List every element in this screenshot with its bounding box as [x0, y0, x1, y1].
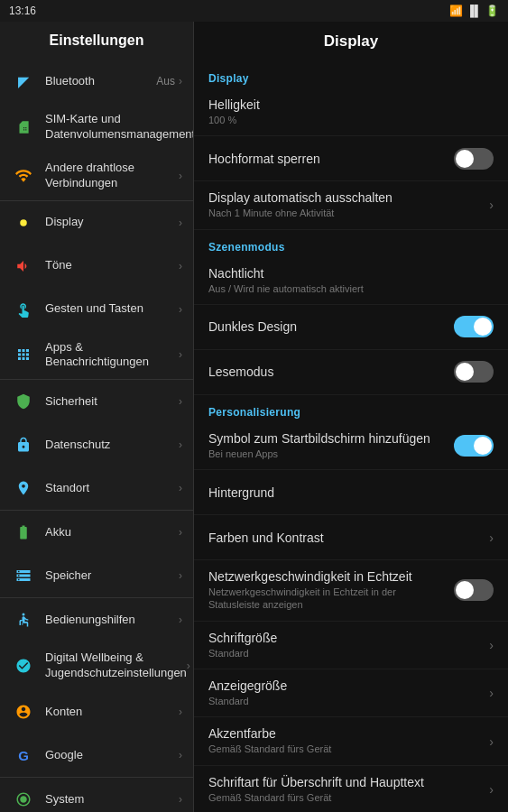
- chevron-icon: ›: [179, 348, 182, 361]
- setting-nightlight[interactable]: Nachtlicht Aus / Wird nie automatisch ak…: [194, 257, 508, 305]
- sidebar-item-apps[interactable]: Apps & Benachrichtigungen ›: [0, 331, 193, 381]
- sidebar-title: Einstellungen: [0, 22, 193, 60]
- display-size-chevron: ›: [489, 686, 494, 700]
- portrait-toggle[interactable]: [454, 148, 494, 170]
- sidebar-item-privacy[interactable]: Datenschutz ›: [0, 423, 193, 466]
- display-size-title: Anzeigegröße: [208, 678, 482, 693]
- setting-font-style[interactable]: Schriftart für Überschrift und Haupttext…: [194, 766, 508, 812]
- sidebar-item-display[interactable]: Display ›: [0, 201, 193, 245]
- chevron-icon: ›: [179, 170, 182, 182]
- sidebar: Einstellungen ◤ Bluetooth Aus › SIM-Kart…: [0, 22, 194, 812]
- portrait-title: Hochformat sperren: [208, 152, 447, 166]
- sidebar-label-tone: Töne: [45, 258, 179, 273]
- sidebar-label-sim: SIM-Karte und Datenvolumensmanagement: [45, 112, 194, 143]
- chevron-icon: ›: [179, 438, 182, 451]
- accent-title: Akzentfarbe: [208, 726, 482, 741]
- setting-accent[interactable]: Akzentfarbe Gemäß Standard fürs Gerät ›: [194, 717, 508, 765]
- font-size-title: Schriftgröße: [208, 631, 482, 645]
- chevron-icon: ›: [179, 749, 182, 761]
- background-title: Hintergrund: [208, 485, 494, 500]
- colors-title: Farben und Kontrast: [208, 531, 482, 545]
- darkmode-title: Dunkles Design: [208, 319, 447, 334]
- chevron-icon: ›: [179, 569, 182, 582]
- section-header-scene: Szenenmodus: [194, 230, 508, 257]
- setting-display-size[interactable]: Anzeigegröße Standard ›: [194, 669, 508, 717]
- darkmode-right: [454, 316, 494, 337]
- homescreen-toggle[interactable]: [454, 435, 494, 457]
- sidebar-item-accounts[interactable]: Konten ›: [0, 690, 193, 734]
- auto-off-right: ›: [489, 198, 494, 212]
- accent-left: Akzentfarbe Gemäß Standard fürs Gerät: [208, 726, 482, 755]
- readmode-toggle[interactable]: [454, 361, 494, 383]
- sidebar-item-bluetooth[interactable]: ◤ Bluetooth Aus ›: [0, 60, 193, 103]
- section-header-display: Display: [194, 61, 508, 88]
- nightlight-sub: Aus / Wird nie automatisch aktiviert: [208, 282, 494, 295]
- sidebar-item-wireless[interactable]: Andere drahtlose Verbindungen ›: [0, 152, 193, 201]
- sidebar-label-privacy: Datenschutz: [45, 438, 179, 453]
- font-style-right: ›: [489, 782, 494, 797]
- system-icon: [11, 787, 36, 812]
- nightlight-left: Nachtlicht Aus / Wird nie automatisch ak…: [208, 266, 494, 295]
- portrait-left: Hochformat sperren: [208, 152, 447, 166]
- font-size-chevron: ›: [489, 638, 494, 652]
- sidebar-item-battery[interactable]: Akku ›: [0, 511, 193, 554]
- sidebar-label-location: Standort: [45, 481, 179, 496]
- font-style-chevron: ›: [489, 782, 494, 797]
- bluetooth-value: Aus: [156, 75, 175, 88]
- sidebar-item-sim[interactable]: SIM-Karte und Datenvolumensmanagement ›: [0, 103, 193, 152]
- network-speed-toggle[interactable]: [454, 579, 494, 601]
- setting-readmode[interactable]: Lesemodus: [194, 350, 508, 395]
- sidebar-item-security[interactable]: Sicherheit ›: [0, 380, 193, 423]
- wellbeing-icon: [11, 653, 36, 678]
- colors-right: ›: [489, 531, 494, 545]
- auto-off-title: Display automatisch ausschalten: [208, 190, 482, 205]
- content-title: Display: [194, 22, 508, 61]
- network-speed-right: [454, 579, 494, 601]
- homescreen-left: Symbol zum Startbildschirm hinzufügen Be…: [208, 431, 447, 460]
- svg-point-1: [23, 614, 25, 616]
- chevron-icon: ›: [179, 75, 182, 88]
- security-icon: [11, 389, 36, 414]
- setting-portrait[interactable]: Hochformat sperren: [194, 136, 508, 181]
- setting-background[interactable]: Hintergrund: [194, 470, 508, 515]
- sidebar-label-storage: Speicher: [45, 568, 179, 584]
- sidebar-item-location[interactable]: Standort ›: [0, 466, 193, 511]
- sidebar-item-accessibility[interactable]: Bedienungshilfen ›: [0, 598, 193, 641]
- accessibility-icon: [11, 607, 36, 632]
- sidebar-item-google[interactable]: G Google ›: [0, 734, 193, 778]
- accent-sub: Gemäß Standard fürs Gerät: [208, 743, 482, 755]
- chevron-icon: ›: [179, 303, 182, 316]
- sim-icon: [11, 115, 36, 140]
- setting-darkmode[interactable]: Dunkles Design: [194, 305, 508, 350]
- chevron-icon: ›: [179, 614, 182, 626]
- darkmode-toggle[interactable]: [454, 316, 494, 337]
- battery-icon: 🔋: [485, 5, 499, 17]
- sidebar-item-gestures[interactable]: Gesten und Tasten ›: [0, 288, 193, 331]
- sidebar-label-security: Sicherheit: [45, 394, 179, 410]
- colors-left: Farben und Kontrast: [208, 531, 482, 545]
- setting-homescreen[interactable]: Symbol zum Startbildschirm hinzufügen Be…: [194, 422, 508, 470]
- google-icon: G: [11, 743, 36, 768]
- setting-auto-off[interactable]: Display automatisch ausschalten Nach 1 M…: [194, 181, 508, 229]
- setting-colors[interactable]: Farben und Kontrast ›: [194, 515, 508, 560]
- setting-network-speed[interactable]: Netzwerkgeschwindigkeit in Echtzeit Netz…: [194, 560, 508, 622]
- brightness-left: Helligkeit 100 %: [208, 97, 494, 126]
- readmode-title: Lesemodus: [208, 364, 447, 379]
- privacy-icon: [11, 432, 36, 457]
- sidebar-item-tone[interactable]: Töne ›: [0, 245, 193, 288]
- sidebar-item-wellbeing[interactable]: Digital Wellbeing & Jugendschutzeinstell…: [0, 641, 193, 690]
- sidebar-item-storage[interactable]: Speicher ›: [0, 554, 193, 598]
- sidebar-item-system[interactable]: System ›: [0, 778, 193, 812]
- wifi-icon: 📶: [449, 5, 463, 17]
- signal-icon: ▐▌: [466, 5, 482, 17]
- font-style-sub: Gemäß Standard fürs Gerät: [208, 791, 482, 804]
- darkmode-left: Dunkles Design: [208, 319, 447, 334]
- font-style-title: Schriftart für Überschrift und Haupttext: [208, 775, 482, 789]
- background-left: Hintergrund: [208, 485, 494, 500]
- network-speed-sub: Netzwerkgeschwindigkeit in Echtzeit in d…: [208, 586, 447, 612]
- accent-chevron: ›: [489, 734, 494, 749]
- setting-brightness[interactable]: Helligkeit 100 %: [194, 88, 508, 136]
- setting-font-size[interactable]: Schriftgröße Standard ›: [194, 622, 508, 669]
- sidebar-label-wireless: Andere drahtlose Verbindungen: [45, 161, 179, 191]
- homescreen-right: [454, 435, 494, 457]
